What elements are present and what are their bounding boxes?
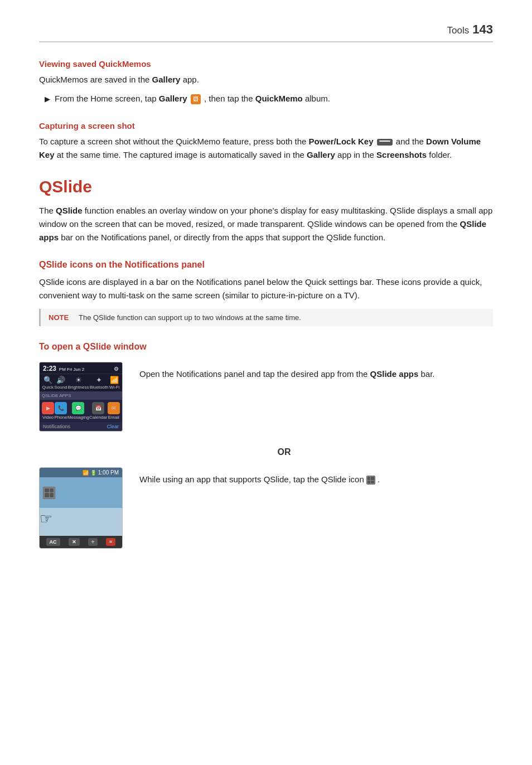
phone-time-value: 2:23 bbox=[43, 365, 56, 372]
open-qslide-section: To open a QSlide window 2:23 PM Fri Jun … bbox=[39, 342, 493, 549]
phone-icon-bluetooth: ✦ Bluetooth bbox=[90, 376, 109, 390]
inline-cell-4 bbox=[371, 481, 374, 484]
body-text-1: QuickMemos are saved in the bbox=[39, 75, 152, 84]
instruction-1-before: Open the Notifications panel and tap the… bbox=[139, 369, 370, 379]
inline-cell-2 bbox=[371, 477, 374, 480]
qslide-icons-body: QSlide icons are displayed in a bar on t… bbox=[39, 275, 493, 302]
messaging-app-icon: 💬 bbox=[72, 402, 84, 414]
top-header: Tools 143 bbox=[39, 22, 493, 42]
gallery-bold-2: Gallery bbox=[307, 150, 335, 159]
bullet-text: From the Home screen, tap Gallery 🖼 , th… bbox=[55, 92, 330, 105]
x-button[interactable]: ✕ bbox=[69, 538, 80, 546]
page-container: Tools 143 Viewing saved QuickMemos Quick… bbox=[0, 0, 532, 598]
bullet-gallery-bold: Gallery bbox=[159, 94, 187, 103]
instruction-2-after: . bbox=[378, 475, 380, 484]
phone-time: 2:23 PM Fri Jun 2 bbox=[43, 365, 84, 372]
qslide-apps-bold-2: QSlide apps bbox=[370, 369, 419, 379]
tools-label: Tools bbox=[447, 25, 470, 36]
qslide-text-2: function enables an overlay window on yo… bbox=[39, 206, 492, 229]
capturing-text-3: at the same time. The captured image is … bbox=[55, 150, 307, 159]
phone-time-suffix: PM Fri Jun 2 bbox=[59, 367, 84, 372]
qslide-apps-label: QSLIDE APPS bbox=[40, 391, 122, 400]
or-divider: OR bbox=[75, 447, 493, 457]
body-text-1-rest: app. bbox=[180, 75, 199, 84]
notifications-label: Notifications bbox=[43, 424, 70, 429]
capturing-body: To capture a screen shot without the Qui… bbox=[39, 135, 493, 162]
power-lock-key-bold: Power/Lock Key bbox=[309, 137, 374, 146]
hand-tap-icon: ☞ bbox=[40, 510, 52, 527]
ac-button[interactable]: AC bbox=[46, 538, 60, 546]
app-messaging: 💬 Messaging bbox=[67, 402, 89, 420]
phone2-app-area bbox=[40, 477, 122, 508]
gallery-bold: Gallery bbox=[152, 75, 181, 84]
inline-cell-1 bbox=[367, 477, 371, 480]
quick-label: Quick bbox=[42, 385, 54, 390]
phone-notifications-bar: Notifications Clear bbox=[40, 422, 122, 431]
video-app-icon: ▶ bbox=[42, 402, 54, 414]
calendar-app-icon: 📅 bbox=[92, 402, 104, 414]
divide-button[interactable]: ÷ bbox=[88, 538, 98, 546]
phone2-bottom-bar: AC ✕ ÷ = bbox=[40, 536, 122, 548]
phone2-top-bar: 📶 🔋 1:00 PM bbox=[40, 468, 122, 477]
signal-icon: 📶 bbox=[83, 470, 89, 476]
bullet-item: ▶ From the Home screen, tap Gallery 🖼 , … bbox=[45, 92, 493, 105]
email-app-icon: ✉ bbox=[108, 402, 120, 414]
header-right: Tools 143 bbox=[447, 22, 493, 37]
viewing-quickmemos-body: QuickMemos are saved in the Gallery app. bbox=[39, 73, 493, 86]
bullet-quickmemo-bold: QuickMemo bbox=[255, 94, 303, 103]
wifi-icon: 📶 bbox=[110, 376, 119, 384]
app-video: ▶ Video bbox=[42, 402, 54, 420]
phone2-content-area: ☞ bbox=[40, 508, 122, 536]
equals-button[interactable]: = bbox=[106, 538, 115, 546]
brightness-icon: ☀ bbox=[75, 376, 82, 384]
grid-cell-4 bbox=[50, 493, 54, 497]
note-box: NOTE The QSlide function can support up … bbox=[39, 309, 493, 326]
app-calendar: 📅 Calendar bbox=[89, 402, 107, 420]
instruction-2-before: While using an app that supports QSlide,… bbox=[139, 475, 366, 484]
to-open-qslide-heading: To open a QSlide window bbox=[39, 342, 493, 352]
instruction-1-text: Open the Notifications panel and tap the… bbox=[139, 362, 493, 386]
email-label: Email bbox=[108, 415, 119, 420]
phone-screenshot-2: 📶 🔋 1:00 PM ☞ bbox=[39, 467, 123, 549]
open-qslide-layout-2: 📶 🔋 1:00 PM ☞ bbox=[39, 467, 493, 549]
video-label: Video bbox=[42, 415, 54, 420]
qslide-icons-heading: QSlide icons on the Notifications panel bbox=[39, 260, 493, 270]
calendar-label: Calendar bbox=[89, 415, 107, 420]
viewing-quickmemos-heading: Viewing saved QuickMemos bbox=[39, 59, 493, 69]
grid-cell-2 bbox=[50, 488, 54, 493]
phone-settings-icon: ⚙ bbox=[114, 366, 119, 372]
bluetooth-label: Bluetooth bbox=[90, 385, 109, 390]
page-number: 143 bbox=[472, 22, 493, 37]
capturing-text-5: folder. bbox=[427, 150, 452, 159]
qslide-body: The QSlide function enables an overlay w… bbox=[39, 204, 493, 244]
quick-icon: 🔍 bbox=[43, 376, 52, 384]
viewing-quickmemos-section: Viewing saved QuickMemos QuickMemos are … bbox=[39, 59, 493, 105]
power-key-icon bbox=[377, 139, 393, 146]
phone-icon-brightness: ☀ Brightness bbox=[68, 376, 89, 390]
phone-label: Phone bbox=[54, 415, 67, 420]
qslide-text-3: bar on the Notifications panel, or direc… bbox=[59, 233, 385, 242]
brightness-label: Brightness bbox=[68, 385, 89, 390]
note-label: NOTE bbox=[49, 313, 71, 322]
instruction-1-after: bar. bbox=[418, 369, 434, 379]
gallery-app-icon: 🖼 bbox=[191, 94, 201, 104]
qslide-heading: QSlide bbox=[39, 177, 493, 196]
phone-icons-row: 🔍 Quick 🔊 Sound ☀ Brightness ✦ Bluetooth bbox=[40, 374, 122, 391]
sound-label: Sound bbox=[54, 385, 67, 390]
bluetooth-icon: ✦ bbox=[96, 376, 102, 384]
messaging-label: Messaging bbox=[67, 415, 89, 420]
capturing-text-1: To capture a screen shot without the Qui… bbox=[39, 137, 309, 146]
capturing-heading: Capturing a screen shot bbox=[39, 121, 493, 130]
phone-status-bar: 2:23 PM Fri Jun 2 ⚙ bbox=[40, 362, 122, 374]
capturing-section: Capturing a screen shot To capture a scr… bbox=[39, 121, 493, 162]
qslide-text-1: The bbox=[39, 206, 56, 215]
wifi-label: Wi-Fi bbox=[109, 385, 120, 390]
instruction-2-text: While using an app that supports QSlide,… bbox=[139, 467, 493, 492]
time-icon: 1:00 PM bbox=[98, 469, 119, 476]
phone-icon-quick: 🔍 Quick bbox=[42, 376, 54, 390]
phone-icon-sound: 🔊 Sound bbox=[54, 376, 67, 390]
qslide-icon-inline bbox=[366, 476, 375, 485]
phone-apps-row: ▶ Video 📞 Phone 💬 Messaging 📅 Calendar bbox=[40, 400, 122, 422]
qslide-bold-1: QSlide bbox=[56, 206, 83, 215]
phone-screenshot-1: 2:23 PM Fri Jun 2 ⚙ 🔍 Quick 🔊 Sound bbox=[39, 362, 123, 432]
